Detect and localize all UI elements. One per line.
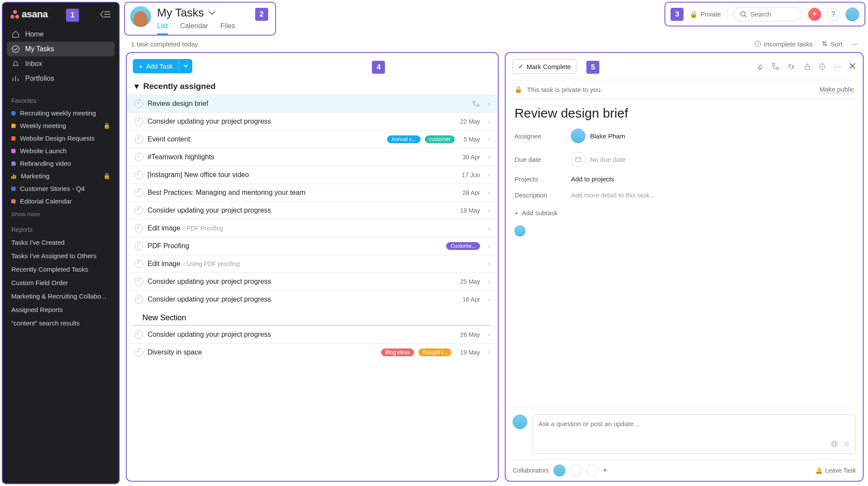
collaborator-avatar[interactable]: [553, 464, 566, 476]
attachment-icon[interactable]: [756, 62, 764, 71]
complete-checkbox[interactable]: [135, 224, 143, 233]
complete-checkbox[interactable]: [135, 117, 143, 126]
quick-add-button[interactable]: +: [808, 8, 821, 21]
mention-icon[interactable]: @: [831, 440, 838, 448]
search-input[interactable]: [733, 7, 802, 21]
chevron-right-icon: ›: [488, 207, 490, 214]
task-tag[interactable]: thought l...: [418, 348, 451, 356]
close-icon[interactable]: [849, 62, 856, 71]
complete-checkbox[interactable]: [135, 135, 143, 144]
add-task-dropdown[interactable]: [179, 59, 192, 73]
complete-checkbox[interactable]: [135, 153, 143, 161]
assignee-value[interactable]: Blake Pham: [571, 128, 625, 143]
complete-checkbox[interactable]: [135, 348, 143, 357]
report-item[interactable]: Assigned Reports: [7, 303, 115, 316]
nav-home[interactable]: Home: [7, 27, 115, 42]
section-header[interactable]: ▾Recently assigned: [127, 78, 498, 95]
add-subtask-button[interactable]: + Add subtask: [506, 203, 863, 223]
timer-icon[interactable]: [819, 62, 826, 71]
report-item[interactable]: Custom Field Order: [7, 276, 115, 289]
description-field[interactable]: Add more detail to this task...: [571, 191, 654, 199]
task-row[interactable]: Best Practices: Managing and mentoring y…: [127, 184, 498, 201]
collapse-sidebar-button[interactable]: [100, 10, 111, 19]
sort-button[interactable]: ⇅ Sort: [822, 40, 842, 48]
nav-inbox[interactable]: Inbox: [7, 56, 115, 71]
mark-complete-button[interactable]: ✓ Mark Complete: [513, 59, 576, 74]
chevron-down-icon[interactable]: [208, 11, 215, 15]
task-row[interactable]: Edit image‹ PDF Proofing›: [127, 219, 498, 237]
tab-files[interactable]: Files: [220, 22, 235, 35]
task-tag[interactable]: Custome...: [446, 242, 480, 250]
task-row[interactable]: PDF ProofingCustome...›: [127, 237, 498, 255]
complete-checkbox[interactable]: [135, 206, 143, 215]
favorite-item[interactable]: Customer Stories - Q4: [7, 182, 115, 195]
leave-task-button[interactable]: 🔔 Leave Task: [815, 467, 856, 474]
task-tag[interactable]: Blog ideas: [381, 348, 414, 356]
tab-list[interactable]: List: [157, 22, 168, 35]
link-icon[interactable]: [787, 62, 795, 71]
report-item[interactable]: "content" search results: [7, 316, 115, 330]
complete-checkbox[interactable]: [135, 99, 143, 108]
add-collaborator-placeholder[interactable]: [586, 464, 598, 476]
complete-checkbox[interactable]: [135, 330, 143, 339]
task-row[interactable]: Consider updating your project progress1…: [127, 290, 498, 308]
show-more-link[interactable]: Show more: [3, 207, 119, 221]
add-collaborator-button[interactable]: +: [603, 466, 608, 475]
project-color-icon: [11, 136, 16, 141]
user-avatar[interactable]: [130, 6, 151, 27]
report-item[interactable]: Tasks I've Created: [7, 236, 115, 249]
complete-checkbox[interactable]: [135, 277, 143, 286]
task-row[interactable]: Consider updating your project progress2…: [127, 325, 498, 343]
complete-checkbox[interactable]: [135, 259, 143, 268]
emoji-icon[interactable]: ☺: [843, 440, 850, 448]
report-item[interactable]: Recently Completed Tasks: [7, 263, 115, 276]
comment-input[interactable]: @ ☺: [533, 414, 856, 453]
subtasks-icon[interactable]: [772, 62, 779, 71]
task-tag[interactable]: Annual c...: [387, 135, 421, 143]
task-row[interactable]: Consider updating your project progress2…: [127, 112, 498, 130]
favorite-item[interactable]: Website Launch: [7, 144, 115, 157]
projects-value[interactable]: Add to projects: [571, 175, 614, 183]
complete-checkbox[interactable]: [135, 188, 143, 197]
complete-checkbox[interactable]: [135, 295, 143, 304]
make-public-link[interactable]: Make public: [819, 85, 854, 93]
add-collaborator-placeholder[interactable]: [570, 464, 582, 476]
task-row[interactable]: Event content:Annual c...customer5 May›: [127, 130, 498, 148]
task-title[interactable]: Review design brief: [506, 99, 863, 124]
task-row[interactable]: Review design brief›: [127, 95, 498, 112]
favorite-item[interactable]: Editorial Calendar: [7, 195, 115, 207]
task-tag[interactable]: customer: [425, 135, 455, 143]
report-item[interactable]: Tasks I've Assigned to Others: [7, 249, 115, 263]
favorite-item[interactable]: Rebranding video: [7, 157, 115, 170]
section-header[interactable]: New Section: [135, 308, 490, 325]
complete-checkbox[interactable]: [135, 242, 143, 250]
tab-calendar[interactable]: Calendar: [180, 22, 208, 35]
favorite-item[interactable]: Website Design Requests: [7, 132, 115, 144]
like-icon[interactable]: [803, 62, 811, 71]
filter-incomplete[interactable]: Incomplete tasks: [754, 40, 813, 48]
report-item[interactable]: Marketing & Recruiting Collabo...: [7, 289, 115, 303]
nav-portfolios[interactable]: Portfolios: [7, 71, 115, 86]
lock-icon: 🔒: [514, 85, 523, 93]
task-row[interactable]: Consider updating your project progress2…: [127, 273, 498, 290]
task-row[interactable]: Edit image‹ Using PDF proofing›: [127, 255, 498, 273]
more-icon[interactable]: ⋯: [834, 62, 841, 71]
privacy-indicator[interactable]: 🔒 Private: [690, 10, 721, 18]
nav-my-tasks[interactable]: My Tasks: [7, 42, 115, 56]
task-row[interactable]: #Teamwork highlights30 Apr›: [127, 148, 498, 166]
search-icon: [740, 11, 747, 18]
help-button[interactable]: ?: [827, 8, 839, 20]
more-menu[interactable]: ⋯: [852, 40, 858, 48]
description-label: Description: [514, 191, 571, 199]
favorite-item[interactable]: Marketing🔒: [7, 170, 115, 182]
profile-avatar[interactable]: [845, 7, 859, 21]
add-task-button[interactable]: + Add Task: [133, 59, 179, 73]
task-row[interactable]: Diversity in spaceBlog ideasthought l...…: [127, 343, 498, 361]
complete-checkbox[interactable]: [135, 171, 143, 179]
due-date-value[interactable]: No due date: [571, 152, 625, 167]
logo[interactable]: asana: [10, 9, 48, 20]
task-row[interactable]: Consider updating your project progress1…: [127, 201, 498, 219]
favorite-item[interactable]: Recruiting weekly meeting: [7, 107, 115, 119]
task-row[interactable]: [Instagram] New office tour video17 Jun›: [127, 166, 498, 184]
favorite-item[interactable]: Weekly meeting🔒: [7, 119, 115, 132]
